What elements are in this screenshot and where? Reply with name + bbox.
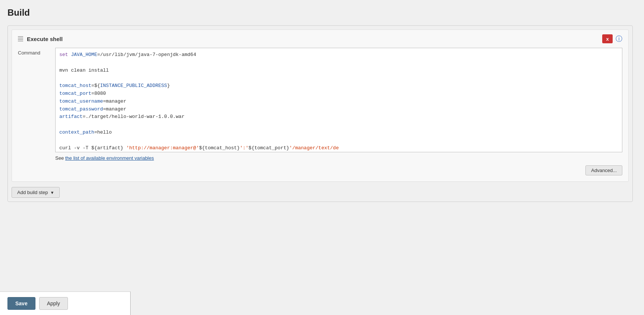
advanced-button[interactable]: Advanced... xyxy=(585,165,622,175)
page-wrapper: Build Execute shell x ⓘ Command set JAVA… xyxy=(0,0,644,315)
add-build-step-label: Add build step xyxy=(17,190,48,195)
command-textarea[interactable]: set JAVA_HOME=/usr/lib/jvm/java-7-openjd… xyxy=(55,48,622,152)
close-button[interactable]: x xyxy=(602,34,613,43)
save-button[interactable]: Save xyxy=(7,297,35,310)
build-section: Execute shell x ⓘ Command set JAVA_HOME=… xyxy=(7,25,633,202)
page-title: Build xyxy=(7,7,633,18)
drag-handle-icon[interactable] xyxy=(18,36,23,41)
dropdown-arrow-icon: ▼ xyxy=(50,190,54,195)
command-label: Command xyxy=(18,48,55,56)
env-link-prefix: See xyxy=(55,155,65,161)
add-build-step-button[interactable]: Add build step ▼ xyxy=(12,187,60,198)
card-header: Execute shell x ⓘ xyxy=(18,34,622,43)
bottom-bar: Save Apply xyxy=(0,291,131,315)
apply-button[interactable]: Apply xyxy=(39,297,68,310)
card-title: Execute shell xyxy=(27,36,602,42)
advanced-row: Advanced... xyxy=(18,165,622,175)
env-link-row: See the list of available environment va… xyxy=(55,155,622,161)
command-form-row: Command set JAVA_HOME=/usr/lib/jvm/java-… xyxy=(18,48,622,152)
env-link[interactable]: the list of available environment variab… xyxy=(65,155,154,161)
help-icon[interactable]: ⓘ xyxy=(616,34,622,43)
execute-shell-card: Execute shell x ⓘ Command set JAVA_HOME=… xyxy=(12,29,629,182)
